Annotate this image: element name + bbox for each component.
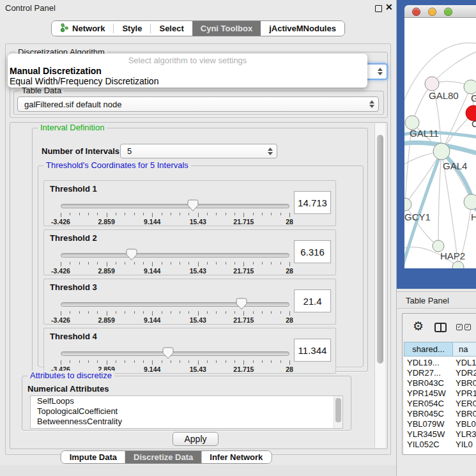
threshold-slider[interactable]: -3.4262.8599.14415.4321.71528 [61, 249, 289, 272]
network-graph[interactable]: GAL80GCGAL11GAL4GCY1HHAP2 [404, 18, 476, 268]
slider-tick [143, 311, 144, 314]
table-row[interactable]: YBR043CYBR0 [404, 378, 476, 388]
slider-scale-label: -3.426 [51, 218, 70, 226]
tab-impute-data[interactable]: Impute Data [61, 451, 125, 463]
slider-tick [180, 360, 180, 363]
table-row[interactable]: YLR345WYLR3 [404, 429, 476, 440]
table-row[interactable]: YPR145WYPR1 [404, 388, 476, 399]
network-canvas[interactable]: GAL80GCGAL11GAL4GCY1HHAP2 [404, 18, 476, 268]
threshold-slider[interactable]: -3.4262.8599.14415.4321.71528 [61, 200, 289, 223]
slider-tick [280, 262, 281, 265]
slider-thumb[interactable] [187, 199, 199, 214]
numerical-attributes-list[interactable]: SelfLoopsTopologicalCoefficientBetweenne… [30, 395, 343, 429]
table-row[interactable]: YBL079WYBL0 [404, 419, 476, 429]
table-row[interactable]: YDR27...YDR2 [404, 368, 476, 378]
table-row[interactable]: YDL19...YDL1 [404, 358, 476, 368]
slider-tick [162, 262, 162, 265]
close-icon[interactable]: ✕ [385, 2, 393, 12]
tab-infer-network[interactable]: Infer Network [201, 451, 271, 463]
list-item-selfloops[interactable]: SelfLoops [31, 396, 342, 406]
list-item-betweennesscentrality[interactable]: BetweennessCentrality [31, 417, 342, 427]
slider-thumb[interactable] [162, 347, 174, 362]
list-item-topologicalcoefficient[interactable]: TopologicalCoefficient [31, 406, 342, 417]
slider-tick [253, 262, 254, 265]
slider-tick [180, 213, 180, 215]
control-panel-titlebar: Control Panel ✕ [0, 0, 396, 15]
algorithm-option-equal-width-frequency-discretization[interactable]: Equal Width/Frequency Discretization [8, 76, 367, 86]
column-header-shared-name[interactable]: shared... [404, 342, 453, 357]
slider-tick [226, 213, 226, 215]
table-data-combobox[interactable]: galFiltered.sif default node [17, 96, 379, 112]
float-window-icon[interactable] [375, 5, 382, 12]
scrollbar-thumb[interactable] [377, 135, 383, 364]
apply-button[interactable]: Apply [173, 432, 219, 446]
slider-tick [234, 262, 235, 265]
split-table-icon[interactable] [434, 323, 447, 332]
cell-name: YER0 [456, 399, 476, 408]
slider-scale-label: 9.144 [144, 218, 160, 226]
tab-network[interactable]: Network [52, 21, 113, 36]
threshold-slider[interactable]: -3.4262.8599.14415.4321.71528 [61, 348, 289, 371]
threshold-value-field[interactable]: 14.713 [294, 191, 331, 214]
slider-tick [88, 262, 89, 265]
attributes-list-scrollbar[interactable] [334, 396, 342, 428]
threshold-value-field[interactable]: 11.344 [294, 339, 331, 362]
network-edge[interactable] [441, 151, 472, 202]
slider-track[interactable] [61, 204, 289, 208]
threshold-value-field[interactable]: 21.4 [294, 289, 331, 312]
slider-tick [70, 311, 70, 314]
threshold-slider[interactable]: -3.4262.8599.14415.4321.71528 [61, 298, 289, 321]
settings-vertical-scrollbar[interactable] [374, 123, 385, 448]
slider-tick [88, 360, 89, 363]
network-node-green[interactable] [464, 194, 476, 210]
network-node-pink[interactable] [425, 77, 439, 91]
cell-shared-name: YIL052C [407, 440, 440, 449]
slider-tick [207, 311, 208, 314]
slider-tick [88, 311, 89, 314]
slider-tick [116, 213, 116, 215]
gear-icon[interactable]: ⚙ [413, 320, 424, 332]
table-row[interactable]: YBR045CYBR0 [404, 409, 476, 419]
network-node-green[interactable] [433, 143, 450, 160]
network-window-titlebar[interactable] [404, 5, 476, 18]
slider-scale-label: 28 [286, 365, 293, 373]
tab-discretize-data[interactable]: Discretize Data [125, 451, 201, 463]
number-of-intervals-combobox[interactable]: 5 [120, 144, 277, 158]
tab-cyni-toolbox[interactable]: Cyni Toolbox [192, 21, 261, 36]
slider-track[interactable] [61, 302, 289, 307]
minimize-traffic-light[interactable] [428, 8, 436, 16]
algorithm-option-manual-discretization[interactable]: Manual Discretization [8, 66, 367, 76]
cell-name: YLR3 [456, 429, 476, 439]
slider-scale-label: -3.426 [51, 316, 70, 324]
scrollbar-thumb[interactable] [335, 398, 341, 422]
network-node-green[interactable] [452, 261, 464, 268]
threshold-value-field[interactable]: 6.316 [294, 240, 331, 263]
slider-scale-label: 15.43 [190, 316, 206, 324]
tab-select[interactable]: Select [151, 21, 192, 36]
network-edge[interactable] [405, 151, 441, 204]
slider-track[interactable] [61, 253, 289, 257]
slider-tick [61, 360, 61, 365]
network-node-green[interactable] [464, 80, 476, 94]
zoom-traffic-light[interactable] [444, 8, 452, 16]
slider-tick [262, 213, 263, 215]
column-header-name[interactable]: na [453, 342, 476, 357]
slider-thumb[interactable] [236, 298, 247, 312]
network-node-green[interactable] [404, 198, 411, 211]
table-panel-title: Table Panel [406, 296, 449, 305]
table-row[interactable]: YIL052CYIL0 [404, 440, 476, 450]
tab-jactivemnodules[interactable]: jActiveMNodules [261, 21, 344, 36]
close-traffic-light[interactable] [412, 8, 420, 16]
network-edge[interactable] [438, 151, 441, 246]
slider-thumb[interactable] [126, 249, 137, 263]
slider-track[interactable] [61, 351, 289, 356]
slider-tick [79, 360, 80, 363]
table-row[interactable]: YER054CYER0 [404, 399, 476, 409]
tab-style[interactable]: Style [114, 21, 150, 36]
slider-tick [107, 213, 107, 217]
threshold-panel-3: Threshold 3-3.4262.8599.14415.4321.71528… [43, 279, 336, 325]
checkbox-pair-icon[interactable]: ✓ ✓ [456, 324, 471, 330]
cell-name: YBR0 [456, 378, 476, 388]
network-edge[interactable] [432, 51, 476, 84]
slider-tick [79, 213, 80, 215]
